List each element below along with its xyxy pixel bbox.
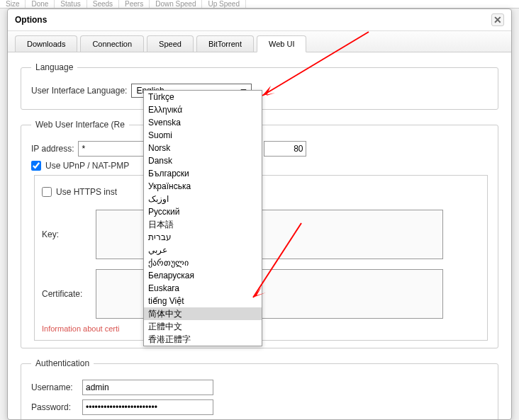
webui-legend: Web User Interface (Re <box>31 120 129 130</box>
ip-address-label: IP address: <box>31 144 74 154</box>
bg-col: Done <box>26 0 55 8</box>
language-option[interactable]: Українська <box>144 180 262 193</box>
tab-web-ui[interactable]: Web UI <box>257 35 306 52</box>
language-option[interactable]: 한글 <box>144 346 262 346</box>
tab-bittorrent[interactable]: BitTorrent <box>196 35 254 52</box>
language-option[interactable]: Dansk <box>144 154 262 167</box>
language-option[interactable]: עברית <box>144 231 262 244</box>
auth-fieldset: Authentication Username: Password: Bypas… <box>21 358 498 419</box>
background-table-header: SizeDoneStatusSeedsPeersDown SpeedUp Spe… <box>0 0 519 8</box>
tab-connection[interactable]: Connection <box>80 35 144 52</box>
tabs-bar: DownloadsConnectionSpeedBitTorrentWeb UI <box>8 31 511 52</box>
tab-downloads[interactable]: Downloads <box>15 35 77 52</box>
bg-col: Seeds <box>87 0 119 8</box>
username-label: Username: <box>31 382 78 392</box>
language-option[interactable]: 日本語 <box>144 218 262 231</box>
upnp-checkbox[interactable] <box>31 161 41 171</box>
language-option[interactable]: Русский <box>144 205 262 218</box>
language-option[interactable]: Svenska <box>144 116 262 129</box>
https-label: Use HTTPS inst <box>56 187 117 197</box>
bg-col: Size <box>0 0 26 8</box>
language-option[interactable]: عربي <box>144 244 262 256</box>
language-option[interactable]: Norsk <box>144 142 262 154</box>
modal-titlebar: Options ✕ <box>8 9 511 31</box>
close-icon[interactable]: ✕ <box>491 13 504 26</box>
language-dropdown-list[interactable]: TürkçeΕλληνικάSvenskaSuomiNorskDanskБълг… <box>143 90 262 346</box>
password-label: Password: <box>31 402 78 412</box>
language-option[interactable]: tiếng Việt <box>144 295 262 307</box>
bg-col: Up Speed <box>202 0 245 8</box>
language-option[interactable]: 香港正體字 <box>144 333 262 346</box>
key-label: Key: <box>42 229 91 239</box>
language-option[interactable]: 正體中文 <box>144 320 262 333</box>
https-checkbox[interactable] <box>42 187 52 197</box>
bg-col: Status <box>55 0 86 8</box>
certificate-label: Certificate: <box>42 289 91 299</box>
language-option[interactable]: Ελληνικά <box>144 103 262 116</box>
bg-col: Down Speed <box>150 0 202 8</box>
auth-legend: Authentication <box>31 358 94 368</box>
username-input[interactable] <box>82 380 213 395</box>
ui-language-label: User Interface Language: <box>31 86 127 96</box>
language-legend: Language <box>31 62 77 72</box>
language-option[interactable]: Euskara <box>144 282 262 295</box>
language-option[interactable]: Беларуская <box>144 269 262 282</box>
language-option[interactable]: ქართული <box>144 256 262 269</box>
tab-speed[interactable]: Speed <box>147 35 194 52</box>
password-input[interactable] <box>82 399 213 415</box>
upnp-label: Use UPnP / NAT-PMP <box>45 161 129 171</box>
language-option[interactable]: Български <box>144 167 262 180</box>
bg-col: Peers <box>119 0 150 8</box>
modal-title-text: Options <box>15 15 47 25</box>
language-option[interactable]: Türkçe <box>144 91 262 103</box>
port-input[interactable] <box>264 141 306 157</box>
language-option[interactable]: 简体中文 <box>144 307 262 320</box>
language-option[interactable]: اوزبک <box>144 193 262 205</box>
language-option[interactable]: Suomi <box>144 129 262 142</box>
